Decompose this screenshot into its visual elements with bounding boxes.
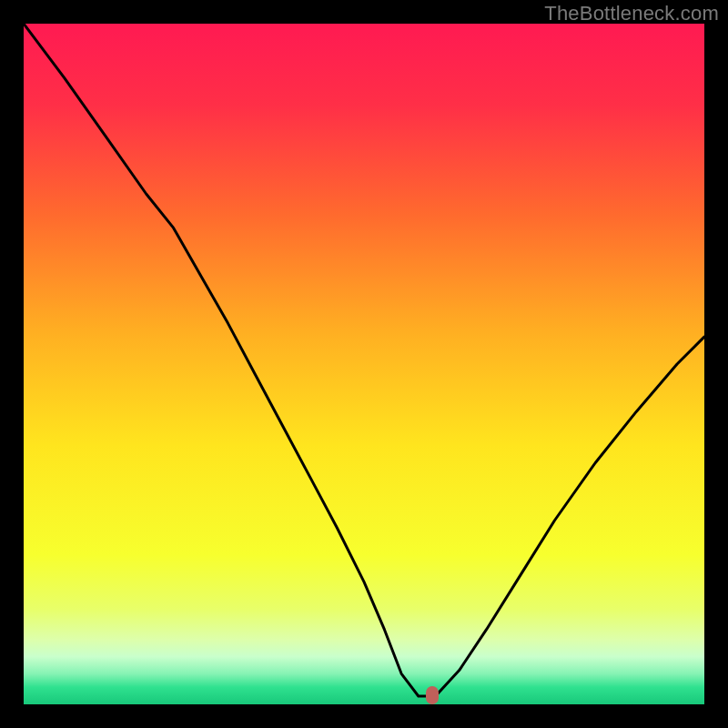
chart-frame: TheBottleneck.com [0,0,728,728]
optimal-point-marker [426,686,439,704]
bottleneck-plot [24,24,704,704]
gradient-background [24,24,704,704]
watermark-text: TheBottleneck.com [544,2,719,25]
